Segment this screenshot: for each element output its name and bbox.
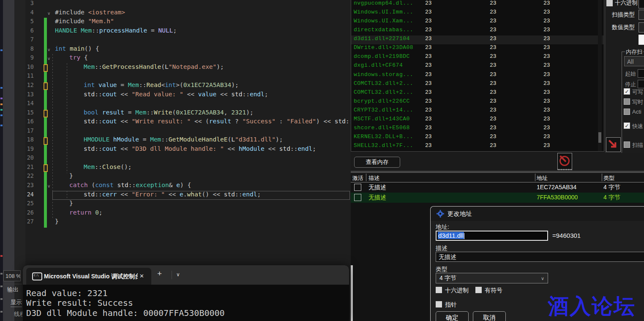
- code-line-14: 14: [14, 100, 351, 109]
- scan-result-row[interactable]: KERNEL32.DLL+B...232323: [351, 133, 604, 142]
- scan-value: 23: [490, 27, 497, 33]
- line-number: 26: [14, 209, 34, 216]
- show-source-label[interactable]: 显示: [11, 299, 22, 307]
- splitter-grip-dots[interactable]: [558, 169, 572, 170]
- ok-button[interactable]: 确定: [436, 311, 469, 321]
- fold-chevron-icon[interactable]: ∨: [47, 45, 50, 54]
- stop-label: 停止: [625, 81, 636, 88]
- pointer-checkbox[interactable]: [436, 301, 442, 307]
- line-number: 19: [14, 145, 34, 152]
- code-text: Mem::Close();: [84, 163, 132, 170]
- active-checkbox[interactable]: [354, 194, 361, 201]
- scan-result-row[interactable]: dxgi.dll+CF674232323: [351, 62, 604, 71]
- value-type-label: 数值类型: [612, 24, 635, 31]
- fold-chevron-icon[interactable]: ∨: [47, 182, 50, 191]
- line-number: 10: [14, 63, 34, 70]
- scan-address: dcomp.dll+219BDC: [354, 53, 410, 60]
- dialog-title: 更改地址: [448, 210, 472, 218]
- scan-result-row[interactable]: bcrypt.dll+226CC232323: [351, 98, 604, 107]
- scan-scrollbar[interactable]: [598, 0, 602, 152]
- scan-result-row[interactable]: MSCTF.dll+143CA0232323: [351, 116, 604, 125]
- col-description[interactable]: 描述: [368, 174, 379, 182]
- scan-result-row[interactable]: COMCTL32.dll+2...232323: [351, 80, 604, 89]
- editor-zoom-level[interactable]: 108 %: [3, 270, 21, 281]
- fold-chevron-icon[interactable]: ∨: [47, 9, 50, 18]
- scan-result-row[interactable]: nvgpucomp64.dl...232323: [351, 0, 604, 9]
- address-table-row[interactable]: 无描述7FFA530B00004 字节: [351, 193, 644, 203]
- code-line-15: 15bool result = Mem::Write(0x1EC72A5AB34…: [14, 109, 351, 118]
- line-number: 6: [14, 27, 34, 34]
- code-line-18: 18HMODULE hModule = Mem::GetModuleHandle…: [14, 136, 351, 145]
- hex-checkbox[interactable]: [436, 287, 442, 293]
- red-arrow-button[interactable]: [606, 137, 621, 152]
- address-table-row[interactable]: 无描述1EC72A5AB344 字节: [351, 182, 644, 193]
- terminal-window[interactable]: C:\ Microsoft Visual Studio 调试控制台 ✕ + ∨ …: [23, 265, 349, 321]
- scan-result-row[interactable]: windows.storag...232323: [351, 71, 604, 80]
- address-input[interactable]: d3d11.dll: [436, 231, 548, 241]
- col-address[interactable]: 地址: [537, 174, 548, 182]
- scan-result-row[interactable]: Windows.UI.Xam...232323: [351, 18, 604, 27]
- scan-address: SHELL32.dll+7F...: [354, 142, 413, 149]
- scan-result-row[interactable]: Windows.UI.Imm...232323: [351, 9, 604, 18]
- output-panel-label[interactable]: 输出: [7, 286, 19, 294]
- scan-value: 23: [543, 80, 550, 87]
- option-checkbox-partial[interactable]: [624, 98, 630, 105]
- code-text: }: [69, 200, 73, 207]
- option-checkbox-partial[interactable]: [624, 109, 630, 115]
- scan-result-row[interactable]: DWrite.dll+23DA08232323: [351, 44, 604, 53]
- terminal-tab[interactable]: C:\ Microsoft Visual Studio 调试控制台 ✕: [26, 268, 151, 285]
- scan-address: KERNEL32.DLL+B...: [354, 133, 413, 140]
- scan-result-row[interactable]: SHELL32.dll+7F...232323: [351, 142, 604, 151]
- start-input-edge[interactable]: [638, 69, 644, 78]
- option-checkbox-checked[interactable]: ✓: [624, 88, 630, 95]
- hex-checkbox-label: 十六进制: [445, 287, 469, 294]
- scan-result-row[interactable]: shcore.dll+E5068232323: [351, 125, 604, 133]
- scan-type-dropdown-edge[interactable]: [639, 10, 644, 20]
- memory-view-button[interactable]: 查看内存: [354, 157, 400, 168]
- fold-chevron-icon[interactable]: ∨: [47, 54, 50, 63]
- new-tab-button[interactable]: +: [157, 269, 162, 278]
- no-entry-button[interactable]: [557, 153, 572, 170]
- cheat-engine-icon: [437, 210, 444, 218]
- value-type-dropdown-edge[interactable]: [639, 22, 644, 33]
- type-select[interactable]: 4 字节 ∨: [436, 273, 548, 283]
- code-line-5: 5#include "Mem.h": [14, 18, 351, 27]
- chevron-down-icon[interactable]: ∨: [176, 272, 180, 277]
- scan-scrollbar-thumb[interactable]: [598, 132, 601, 143]
- scan-result-row[interactable]: directxdatabas...232323: [351, 27, 604, 35]
- stop-input-edge[interactable]: [638, 80, 644, 88]
- type-cell: 4 字节: [603, 194, 620, 201]
- code-line-25: 25}: [14, 200, 351, 209]
- code-text: int main() {: [55, 45, 99, 52]
- hex-checkbox[interactable]: [606, 0, 613, 6]
- active-checkbox[interactable]: [354, 184, 361, 191]
- terminal-tab-bar: C:\ Microsoft Visual Studio 调试控制台 ✕ + ∨: [23, 265, 349, 285]
- col-active[interactable]: 激活: [352, 174, 363, 182]
- scan-value: 23: [425, 133, 432, 140]
- window-edge-divider: [351, 265, 353, 321]
- scan-result-row[interactable]: CRYPT32.dll+14...232323: [351, 107, 604, 116]
- scan-type-label: 扫描类型: [612, 11, 635, 19]
- code-line-9: 9∨try {: [14, 54, 351, 63]
- option-checkbox-partial[interactable]: [624, 141, 630, 148]
- scan-result-row[interactable]: dcomp.dll+219BDC232323: [351, 53, 604, 62]
- cancel-button[interactable]: 取消: [473, 311, 506, 321]
- option-checkbox-checked[interactable]: ✓: [624, 122, 630, 129]
- code-text: HMODULE hModule = Mem::GetModuleHandleE(…: [84, 136, 283, 143]
- code-text: std::cerr << "Error: " << e.what() << st…: [84, 191, 261, 198]
- code-text: try {: [69, 54, 88, 61]
- scan-result-row[interactable]: COMCTL32.dll+2...232323: [351, 89, 604, 98]
- scan-result-row[interactable]: d3d11.dll+227104232323: [351, 35, 604, 44]
- col-type[interactable]: 类型: [603, 174, 614, 182]
- scan-results-panel[interactable]: nvgpucomp64.dl...232323Windows.UI.Imm...…: [351, 0, 604, 152]
- close-icon[interactable]: ✕: [139, 273, 144, 279]
- minimap-mark: [0, 273, 3, 275]
- signed-checkbox[interactable]: [475, 287, 482, 293]
- dialog-titlebar[interactable]: 更改地址: [431, 207, 644, 221]
- option-label: 扫描: [632, 141, 643, 149]
- description-input[interactable]: 无描述: [436, 252, 644, 262]
- region-dropdown[interactable]: All: [624, 56, 644, 66]
- value-input-edge[interactable]: [639, 0, 644, 8]
- scan-value: 23: [490, 53, 497, 60]
- panel-splitter[interactable]: [351, 171, 644, 171]
